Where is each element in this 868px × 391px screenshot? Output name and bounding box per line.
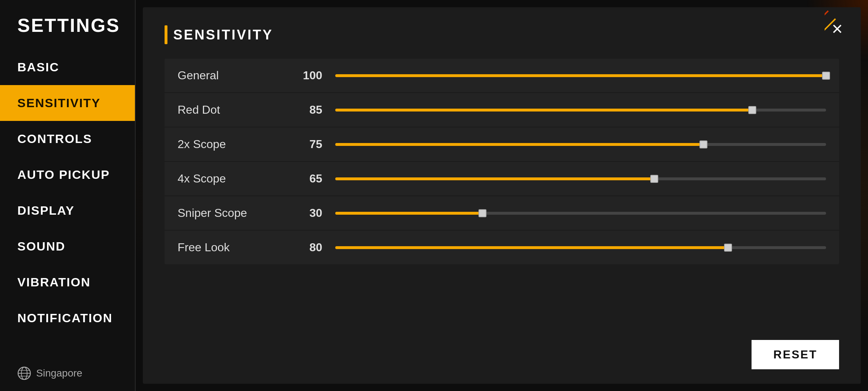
slider-thumb[interactable] xyxy=(699,140,707,148)
slider-value: 100 xyxy=(293,69,322,82)
slider-track-fill xyxy=(335,246,728,249)
sidebar-item-notification[interactable]: NOTIFICATION xyxy=(0,300,135,336)
slider-track-container[interactable] xyxy=(335,176,826,181)
reset-button[interactable]: RESET xyxy=(752,340,839,369)
slider-value: 80 xyxy=(293,241,322,254)
slider-label: 2x Scope xyxy=(178,138,293,151)
sidebar-item-controls[interactable]: CONTROLS xyxy=(0,121,135,157)
sidebar-item-auto-pickup[interactable]: AUTO PICKUP xyxy=(0,157,135,193)
slider-label: Red Dot xyxy=(178,103,293,117)
slider-label: General xyxy=(178,69,293,82)
main-content: × SENSITIVITY General100Red Dot852x Scop… xyxy=(143,7,861,384)
close-button[interactable]: × xyxy=(825,16,850,41)
slider-track-fill xyxy=(335,212,482,215)
slider-track-fill xyxy=(335,74,826,77)
slider-value: 30 xyxy=(293,206,322,220)
slider-track-container[interactable] xyxy=(335,245,826,250)
slider-value: 85 xyxy=(293,103,322,117)
slider-label: Sniper Scope xyxy=(178,206,293,220)
slider-track-container[interactable] xyxy=(335,73,826,78)
slider-row: 2x Scope75 xyxy=(165,127,839,162)
slider-track-container[interactable] xyxy=(335,108,826,113)
slider-track-fill xyxy=(335,177,654,180)
sidebar-footer: Singapore xyxy=(0,356,135,391)
slider-value: 75 xyxy=(293,138,322,151)
slider-thumb[interactable] xyxy=(822,72,830,80)
close-icon: × xyxy=(832,19,843,38)
slider-list: General100Red Dot852x Scope754x Scope65S… xyxy=(165,59,839,264)
slider-label: 4x Scope xyxy=(178,172,293,185)
sidebar-item-sensitivity[interactable]: SENSITIVITY xyxy=(0,85,135,121)
section-header: SENSITIVITY xyxy=(165,25,839,44)
slider-track-fill xyxy=(335,143,703,146)
slider-row: Red Dot85 xyxy=(165,93,839,127)
slider-thumb[interactable] xyxy=(724,244,732,252)
slider-row: Free Look80 xyxy=(165,231,839,264)
slider-label: Free Look xyxy=(178,241,293,254)
slider-thumb[interactable] xyxy=(478,209,486,217)
slider-track-fill xyxy=(335,109,752,112)
globe-icon xyxy=(17,366,31,380)
section-accent-bar xyxy=(165,25,167,44)
slider-row: 4x Scope65 xyxy=(165,162,839,196)
slider-value: 65 xyxy=(293,172,322,185)
slider-track-container[interactable] xyxy=(335,142,826,147)
sidebar-item-sound[interactable]: SOUND xyxy=(0,228,135,264)
slider-thumb[interactable] xyxy=(650,175,658,183)
sidebar-item-display[interactable]: DISPLAY xyxy=(0,193,135,228)
nav-list: BASICSENSITIVITYCONTROLSAUTO PICKUPDISPL… xyxy=(0,49,135,336)
slider-row: General100 xyxy=(165,59,839,93)
section-title: SENSITIVITY xyxy=(173,27,273,43)
sidebar-item-basic[interactable]: BASIC xyxy=(0,49,135,85)
slider-row: Sniper Scope30 xyxy=(165,196,839,231)
region-label: Singapore xyxy=(36,367,82,379)
app-title: SETTINGS xyxy=(0,0,135,49)
slider-track-container[interactable] xyxy=(335,211,826,216)
slider-thumb[interactable] xyxy=(748,106,756,114)
sidebar-item-vibration[interactable]: VIBRATION xyxy=(0,264,135,300)
sidebar: SETTINGS BASICSENSITIVITYCONTROLSAUTO PI… xyxy=(0,0,136,391)
